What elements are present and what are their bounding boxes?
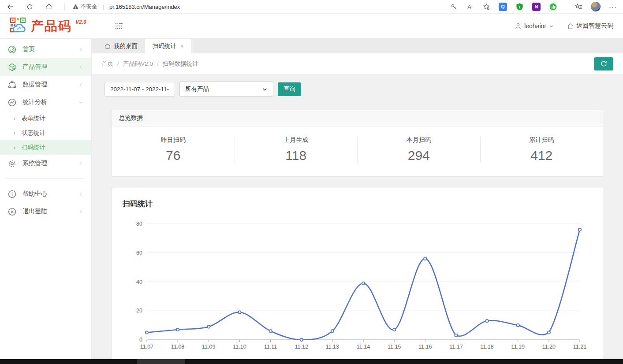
extension-onenote-icon[interactable]: N [532, 3, 541, 11]
scan-stats-card: 扫码统计 02040608011.0711.0811.0911.1011.111… [112, 188, 603, 364]
stat-label: 本月扫码 [358, 136, 480, 144]
address-bar[interactable]: 不安全 | pr.165183.cn/Manage/index [64, 3, 450, 11]
date-range-input[interactable] [104, 82, 175, 97]
url-separator: | [103, 4, 104, 10]
extension-shield-icon[interactable]: T [515, 3, 524, 11]
svg-text:11.14: 11.14 [357, 344, 370, 350]
svg-text:11.20: 11.20 [542, 344, 556, 350]
sidebar-item-logout[interactable]: 退出登陆 [0, 203, 91, 220]
app-logo[interactable]: 产品码 V2.0 [10, 17, 86, 35]
gear-icon [7, 159, 17, 168]
tab-my-desktop[interactable]: 我的桌面 [97, 39, 145, 53]
product-box-icon [7, 63, 17, 72]
extension-q-icon[interactable]: Q [499, 3, 507, 11]
svg-text:11.18: 11.18 [480, 344, 493, 350]
sidebar-item-home[interactable]: 首页 [0, 41, 91, 58]
sidebar-subitem-status-stats[interactable]: › 状态统计 [0, 126, 91, 140]
favorites-list-icon[interactable] [575, 3, 582, 11]
chevron-down-icon [78, 100, 83, 105]
product-select[interactable]: 所有产品 [179, 82, 273, 97]
stat-label: 上月生成 [235, 136, 358, 144]
warning-icon [73, 4, 78, 10]
home-outline-icon [567, 23, 574, 30]
refresh-icon [600, 60, 608, 67]
sidebar-item-data[interactable]: 数据管理 [0, 76, 91, 93]
chart-title: 扫码统计 [123, 199, 592, 209]
svg-text:11.16: 11.16 [418, 344, 432, 350]
refresh-button[interactable] [594, 57, 613, 71]
sidebar-item-label: 首页 [22, 45, 35, 53]
sidebar-subitem-form-stats[interactable]: › 表单统计 [0, 111, 91, 126]
sidebar-item-statistics[interactable]: 统计分析 [0, 93, 91, 111]
breadcrumb-separator: / [117, 60, 119, 67]
chevron-down-icon [549, 24, 554, 29]
breadcrumb-home[interactable]: 首页 [101, 60, 113, 68]
stat-value: 294 [358, 148, 480, 163]
svg-text:11.10: 11.10 [233, 344, 246, 350]
stat-label: 累计扫码 [481, 136, 603, 144]
svg-text:11.07: 11.07 [140, 344, 153, 350]
more-icon[interactable]: ··· [609, 3, 617, 11]
chevron-left-icon [78, 209, 83, 214]
home-icon[interactable] [45, 3, 53, 11]
scan-stats-chart: 02040608011.0711.0811.0911.1011.1111.121… [123, 219, 592, 360]
return-cloud-link[interactable]: 返回智慧云码 [567, 22, 613, 30]
key-icon[interactable] [450, 3, 458, 11]
security-warning[interactable]: 不安全 [73, 3, 97, 11]
return-link-label: 返回智慧云码 [576, 22, 613, 30]
sidebar-collapse-icon[interactable] [115, 22, 123, 30]
breadcrumb: 首页 / 产品码V2.0 / 扫码数据统计 [92, 53, 623, 74]
tab-label: 我的桌面 [114, 42, 138, 50]
dashboard-icon [7, 45, 17, 54]
query-button[interactable]: 查询 [278, 82, 301, 96]
brand-version: V2.0 [75, 19, 86, 25]
stat-label: 昨日扫码 [112, 136, 235, 144]
stat-value: 76 [112, 148, 235, 163]
svg-text:40: 40 [136, 279, 142, 285]
browser-profile-avatar[interactable] [591, 2, 601, 11]
overview-title: 总览数据 [112, 110, 603, 126]
logout-circle-x-icon [7, 207, 17, 216]
svg-text:11.08: 11.08 [171, 344, 184, 350]
svg-text:11.15: 11.15 [388, 344, 401, 350]
stat-last-month-generated: 上月生成 118 [235, 136, 358, 163]
breadcrumb-app[interactable]: 产品码V2.0 [123, 60, 153, 68]
user-menu[interactable]: leohaior [515, 22, 554, 30]
page-body: 所有产品 查询 总览数据 昨日扫码 76 上月生成 118 [92, 74, 623, 364]
app-header: 产品码 V2.0 leohaior 返回智慧云码 [0, 14, 623, 39]
close-icon[interactable]: × [180, 43, 184, 50]
taskbar-sliver [0, 359, 623, 364]
arrow-right-icon: › [14, 130, 15, 136]
breadcrumb-current: 扫码数据统计 [163, 60, 198, 68]
stats-line-icon [7, 98, 17, 107]
sidebar-item-help[interactable]: 帮助中心 [0, 185, 91, 203]
overview-panel: 总览数据 昨日扫码 76 上月生成 118 本月扫码 294 [112, 110, 603, 177]
read-aloud-icon[interactable]: A” [466, 3, 474, 11]
sidebar-item-product[interactable]: 产品管理 [0, 58, 91, 76]
security-label: 不安全 [81, 3, 97, 11]
sidebar-subitem-scan-stats[interactable]: › 扫码统计 [0, 140, 91, 155]
data-network-icon [7, 80, 17, 89]
stat-value: 412 [481, 148, 603, 163]
toolbar-divider [566, 3, 566, 10]
svg-text:11.11: 11.11 [264, 344, 277, 350]
chevron-down-icon [262, 86, 268, 92]
sidebar-item-label: 产品管理 [22, 63, 47, 71]
home-outline-icon [104, 43, 111, 49]
sidebar-subitem-label: 表单统计 [22, 115, 45, 123]
svg-text:0: 0 [139, 337, 142, 343]
back-icon[interactable] [6, 3, 14, 11]
chevron-left-icon [78, 82, 83, 87]
svg-text:11.09: 11.09 [202, 344, 215, 350]
svg-text:80: 80 [136, 221, 142, 227]
qr-cloud-logo-icon [10, 17, 27, 35]
sidebar-item-system[interactable]: 系统管理 [0, 155, 91, 172]
refresh-icon[interactable] [26, 3, 34, 11]
svg-text:60: 60 [136, 250, 142, 256]
sidebar-item-label: 数据管理 [22, 81, 47, 89]
tab-scan-stats[interactable]: 扫码统计 × [145, 39, 191, 53]
add-favorite-icon[interactable] [482, 3, 490, 11]
extension-thumb-icon[interactable] [549, 3, 557, 11]
url-text: pr.165183.cn/Manage/index [109, 4, 180, 10]
svg-text:20: 20 [136, 308, 142, 314]
